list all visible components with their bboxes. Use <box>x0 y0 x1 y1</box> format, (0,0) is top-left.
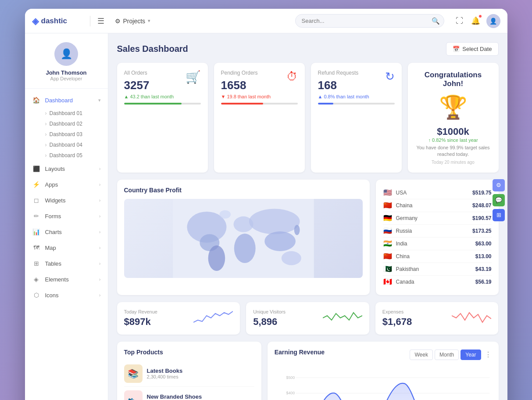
sidebar-label-map: Map <box>45 245 99 251</box>
down-arrow-icon: ▼ <box>221 94 226 99</box>
user-avatar: 👤 <box>54 42 78 66</box>
svg-text:$400: $400 <box>286 391 295 395</box>
pending-orders-value: 1658 <box>221 79 271 92</box>
app-name: dashtic <box>41 17 68 25</box>
sidebar-item-forms[interactable]: ✏ Forms › <box>25 208 108 224</box>
refund-requests-progress-fill <box>318 103 333 105</box>
tab-week[interactable]: Week <box>410 350 432 360</box>
pending-orders-progress-fill <box>221 103 263 105</box>
product-info: New Branded Shoes 3,43,675 times <box>147 393 202 400</box>
sidebar-item-dashboard-03[interactable]: Dashboard 03 <box>25 129 108 140</box>
country-flag: 🇵🇰 <box>383 266 393 273</box>
sidebar-item-dashboard-05[interactable]: Dashboard 05 <box>25 150 108 161</box>
sidebar-label-apps: Apps <box>45 181 99 188</box>
sidebar-item-map[interactable]: 🗺 Map › <box>25 240 108 256</box>
settings-fab-button[interactable]: ⚙ <box>493 179 505 191</box>
hamburger-button[interactable]: ☰ <box>96 14 106 28</box>
apps-icon: ⚡ <box>32 180 41 189</box>
product-name: Latest Books <box>147 368 183 374</box>
country-flag: 🇨🇳 <box>383 253 393 260</box>
congrats-amount: $1000k <box>416 126 491 137</box>
more-options-button[interactable]: ⋮ <box>485 350 492 359</box>
select-date-button[interactable]: 📅 Select Date <box>446 42 498 56</box>
pending-orders-progress <box>221 103 298 105</box>
grid-fab-button[interactable]: ⊞ <box>493 209 505 221</box>
sidebar-label-tables: Tables <box>45 260 99 267</box>
today-revenue-value: $897k <box>124 316 157 328</box>
notifications-button[interactable]: 🔔 <box>469 14 482 27</box>
main-layout: 👤 John Thomson App Developer 🏠 Dashboard… <box>25 33 507 400</box>
unique-visitors-sparkline <box>323 309 362 327</box>
icons-arrow: › <box>99 292 101 298</box>
country-item: 🇮🇳 India $63.00 <box>383 238 492 250</box>
country-amount: $56.19 <box>475 279 492 285</box>
elements-icon: ◈ <box>32 275 41 284</box>
country-name: USA <box>396 190 473 196</box>
product-item: 📚 Latest Books 2,30,400 times <box>124 361 254 387</box>
world-map-container <box>124 199 363 278</box>
all-orders-label: All Orders <box>124 70 174 76</box>
sidebar-item-dashboard-02[interactable]: Dashboard 02 <box>25 119 108 129</box>
layouts-arrow: › <box>99 166 101 171</box>
search-input[interactable] <box>295 14 444 28</box>
sidebar-label-layouts: Layouts <box>45 166 99 172</box>
bottom-row: Top Products 📚 Latest Books 2,30,400 tim… <box>117 342 499 400</box>
projects-button[interactable]: ⚙ Projects ▾ <box>111 16 154 26</box>
map-arrow: › <box>99 245 101 250</box>
country-items: 🇺🇸 USA $519.75 🇨🇳 Chaina $248.07 🇩🇪 Germ… <box>383 187 492 288</box>
refund-requests-icon: ↻ <box>385 70 395 83</box>
country-item: 🇨🇳 China $13.00 <box>383 250 492 263</box>
sidebar-item-icons[interactable]: ⬡ Icons › <box>25 287 108 303</box>
tables-arrow: › <box>99 261 101 266</box>
forms-icon: ✏ <box>32 212 41 220</box>
earning-card: Earning Revenue Week Month Year ⋮ <box>268 342 499 400</box>
search-icon-button[interactable]: 🔍 <box>432 17 440 25</box>
sidebar-item-dashboard[interactable]: 🏠 Dashboard ▾ <box>25 92 108 108</box>
user-role: App Developer <box>32 76 101 81</box>
earning-revenue-title: Earning Revenue <box>275 349 325 356</box>
all-orders-change: ▲ 43.2 than last month <box>124 94 174 99</box>
country-flag: 🇮🇳 <box>383 240 393 247</box>
expenses-label: Expenses <box>382 309 412 314</box>
logo: ◈ dashtic <box>32 16 85 26</box>
product-times: 2,30,400 times <box>147 374 183 379</box>
chat-fab-button[interactable]: 💬 <box>493 194 505 206</box>
sidebar-item-elements[interactable]: ◈ Elements › <box>25 271 108 287</box>
projects-label: Projects <box>123 18 146 25</box>
earning-header: Earning Revenue Week Month Year ⋮ <box>275 349 492 361</box>
country-flag: 🇩🇪 <box>383 215 393 222</box>
trophy-area: 🏆 <box>416 92 491 123</box>
sidebar-item-widgets[interactable]: ◻ Widgets › <box>25 192 108 208</box>
sidebar-item-layouts[interactable]: ⬛ Layouts › <box>25 161 108 177</box>
tab-year[interactable]: Year <box>461 350 481 360</box>
revenue-card-visitors: Unique Visitors 5,896 <box>246 302 369 335</box>
country-flag: 🇷🇺 <box>383 227 393 234</box>
tab-month[interactable]: Month <box>435 350 459 360</box>
congrats-description: You have done 99.9% target sales reached… <box>416 144 491 158</box>
user-avatar-top[interactable]: 👤 <box>486 14 500 28</box>
sidebar-item-charts[interactable]: 📊 Charts › <box>25 224 108 240</box>
sidebar-item-dashboard-04[interactable]: Dashboard 04 <box>25 140 108 150</box>
earning-chart-svg: $500 $400 $300 $200 $100 $0 <box>275 366 492 400</box>
products-card: Top Products 📚 Latest Books 2,30,400 tim… <box>117 342 261 400</box>
sidebar: 👤 John Thomson App Developer 🏠 Dashboard… <box>25 33 108 400</box>
up-arrow-refund-icon: ▲ <box>318 94 323 99</box>
country-name: Russia <box>396 228 473 234</box>
svg-point-6 <box>249 209 300 234</box>
stat-card-all-orders: All Orders 3257 ▲ 43.2 than last month 🛒 <box>117 63 208 173</box>
layouts-icon: ⬛ <box>32 164 41 173</box>
trophy-icon: 🏆 <box>439 94 468 121</box>
sidebar-item-dashboard-01[interactable]: Dashboard 01 <box>25 108 108 119</box>
fullscreen-button[interactable]: ⛶ <box>454 15 465 27</box>
pending-orders-change: ▼ 19.8 than last month <box>221 94 271 99</box>
congrats-increase: ↑ 0.82% since last year <box>416 137 491 143</box>
stat-card-congrats: Congratulations John! 🏆 $1000k ↑ 0.82% s… <box>408 63 499 173</box>
top-products-title: Top Products <box>124 349 254 356</box>
sidebar-item-tables[interactable]: ⊞ Tables › <box>25 256 108 271</box>
refund-requests-label: Refund Requests <box>318 70 369 76</box>
all-orders-value: 3257 <box>124 79 174 92</box>
sidebar-item-apps[interactable]: ⚡ Apps › <box>25 177 108 192</box>
expenses-sparkline <box>452 309 491 327</box>
refund-requests-value: 168 <box>318 79 369 92</box>
country-amount: $519.75 <box>472 190 491 196</box>
